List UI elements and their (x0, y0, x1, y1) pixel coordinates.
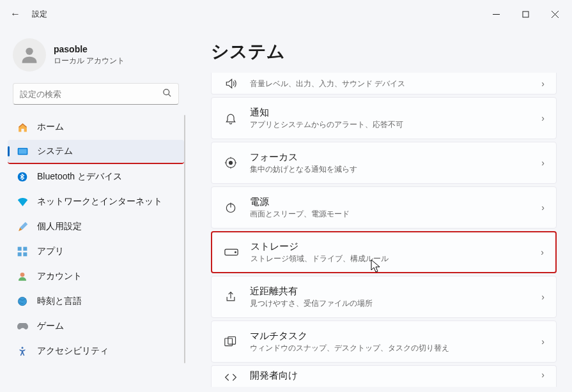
nav-game[interactable]: ゲーム (8, 314, 184, 338)
card-title: 通知 (250, 107, 530, 119)
nav-label: ネットワークとインターネット (37, 196, 162, 207)
nav-apps[interactable]: アプリ (8, 239, 184, 264)
titlebar: ← 設定 (0, 0, 572, 28)
focus-icon (223, 155, 238, 170)
close-button[interactable] (540, 4, 569, 24)
card-subtitle: アプリとシステムからのアラート、応答不可 (250, 119, 530, 130)
card-focus[interactable]: フォーカス 集中の妨げとなる通知を減らす › (211, 142, 557, 184)
nav-system[interactable]: システム (8, 140, 184, 164)
card-power[interactable]: 電源 画面とスリープ、電源モード › (211, 186, 557, 229)
nav-label: アクセシビリティ (37, 345, 109, 357)
content-area: システム 音量レベル、出力、入力、サウンド デバイス › 通知 アプリとシステム… (192, 28, 572, 392)
nav-label: 時刻と言語 (37, 296, 82, 307)
nav-label: ゲーム (37, 320, 64, 332)
card-title: フォーカス (250, 151, 530, 163)
svg-point-17 (21, 347, 23, 349)
sidebar: pasoble ローカル アカウント ホーム システム (0, 28, 192, 392)
card-title: マルチタスク (250, 330, 530, 342)
chevron-right-icon: › (541, 113, 545, 123)
chevron-right-icon: › (541, 79, 545, 89)
maximize-button[interactable] (511, 4, 540, 24)
svg-point-5 (164, 89, 169, 95)
chevron-right-icon: › (541, 336, 545, 347)
search-icon (162, 88, 172, 100)
profile-subtitle: ローカル アカウント (54, 56, 125, 66)
chevron-right-icon: › (541, 202, 545, 213)
card-storage[interactable]: ストレージ ストレージ領域、ドライブ、構成ルール › (211, 231, 557, 273)
nav-list: ホーム システム Bluetooth とデバイス ネットワークとインターネット (5, 115, 187, 363)
nav-scrollbar[interactable] (184, 115, 185, 363)
card-developer[interactable]: 開発者向け › (211, 365, 557, 387)
card-title: 開発者向け (250, 370, 530, 382)
svg-line-6 (168, 94, 171, 96)
card-subtitle: 見つけやすさ、受信ファイルの場所 (250, 298, 530, 309)
nav-personalize[interactable]: 個人用設定 (8, 215, 184, 239)
svg-rect-24 (225, 338, 233, 346)
svg-point-23 (235, 252, 236, 253)
card-subtitle: ウィンドウのスナップ、デスクトップ、タスクの切り替え (250, 343, 530, 354)
window-controls (481, 4, 569, 24)
sound-icon (223, 76, 238, 91)
accessibility-icon (17, 345, 28, 357)
nav-network[interactable]: ネットワークとインターネット (8, 190, 184, 214)
multitask-icon (223, 334, 238, 349)
home-icon (17, 121, 28, 133)
network-icon (17, 196, 28, 207)
search-input[interactable] (20, 89, 162, 99)
svg-rect-25 (228, 337, 236, 345)
nav-home[interactable]: ホーム (8, 115, 184, 139)
bluetooth-icon (17, 171, 28, 183)
svg-rect-11 (23, 247, 27, 251)
profile-name: pasoble (54, 44, 125, 54)
nav-label: ホーム (37, 121, 64, 133)
card-title: 近距離共有 (250, 285, 530, 298)
nav-label: 個人用設定 (37, 221, 82, 232)
settings-cards: 音量レベル、出力、入力、サウンド デバイス › 通知 アプリとシステムからのアラ… (211, 73, 557, 387)
window-title: 設定 (32, 9, 47, 20)
chevron-right-icon: › (541, 247, 544, 257)
nav-account[interactable]: アカウント (8, 264, 184, 289)
svg-point-4 (26, 48, 33, 55)
storage-icon (224, 245, 239, 260)
apps-icon (17, 246, 28, 257)
search-box[interactable] (13, 83, 179, 105)
nav-accessibility[interactable]: アクセシビリティ (8, 339, 184, 363)
svg-rect-10 (18, 247, 22, 251)
card-subtitle: ストレージ領域、ドライブ、構成ルール (251, 253, 529, 264)
card-sound[interactable]: 音量レベル、出力、入力、サウンド デバイス › (211, 73, 557, 94)
time-icon (17, 296, 28, 307)
svg-point-19 (229, 162, 233, 165)
bell-icon (223, 110, 238, 126)
chevron-right-icon: › (541, 370, 545, 380)
chevron-right-icon: › (541, 158, 545, 168)
account-icon (17, 271, 28, 282)
card-nearby-share[interactable]: 近距離共有 見つけやすさ、受信ファイルの場所 › (211, 276, 557, 318)
share-icon (223, 289, 238, 305)
card-notifications[interactable]: 通知 アプリとシステムからのアラート、応答不可 › (211, 97, 557, 139)
svg-rect-1 (523, 11, 529, 17)
nav-label: Bluetooth とデバイス (37, 171, 122, 183)
nav-time[interactable]: 時刻と言語 (8, 289, 184, 313)
system-icon (17, 146, 28, 157)
page-title: システム (211, 40, 557, 64)
svg-rect-12 (18, 252, 22, 256)
card-subtitle: 音量レベル、出力、入力、サウンド デバイス (250, 79, 530, 89)
card-title: ストレージ (251, 241, 529, 253)
profile-block[interactable]: pasoble ローカル アカウント (5, 28, 187, 83)
avatar (13, 38, 46, 72)
back-button[interactable]: ← (3, 1, 28, 27)
nav-label: アカウント (37, 271, 82, 282)
nav-label: アプリ (37, 246, 64, 257)
nav-bluetooth[interactable]: Bluetooth とデバイス (8, 165, 184, 189)
svg-point-14 (20, 273, 25, 277)
personalize-icon (17, 221, 28, 232)
minimize-button[interactable] (481, 4, 511, 24)
chevron-right-icon: › (541, 292, 545, 302)
svg-rect-8 (19, 149, 27, 154)
game-icon (17, 320, 28, 332)
nav-label: システム (37, 146, 73, 157)
svg-rect-13 (23, 252, 27, 256)
card-title: 電源 (250, 196, 530, 208)
card-subtitle: 集中の妨げとなる通知を減らす (250, 164, 530, 175)
card-multitask[interactable]: マルチタスク ウィンドウのスナップ、デスクトップ、タスクの切り替え › (211, 320, 557, 363)
